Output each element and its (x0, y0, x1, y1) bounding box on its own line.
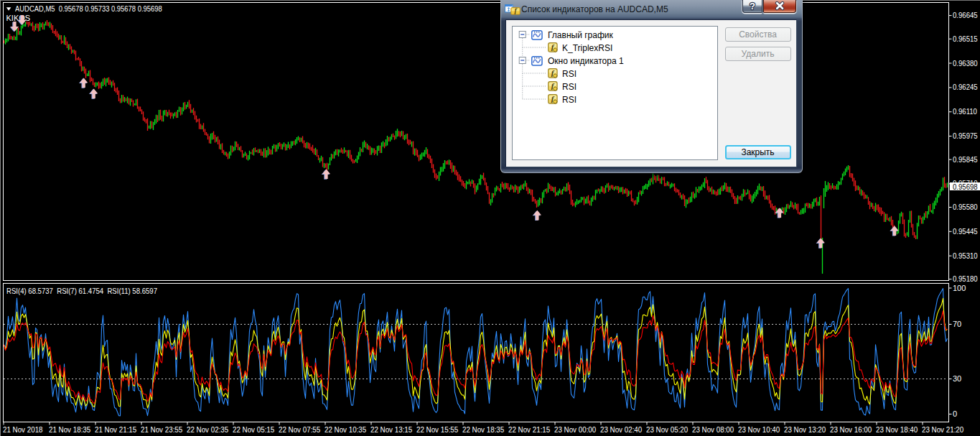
svg-text:?: ? (750, 1, 755, 11)
